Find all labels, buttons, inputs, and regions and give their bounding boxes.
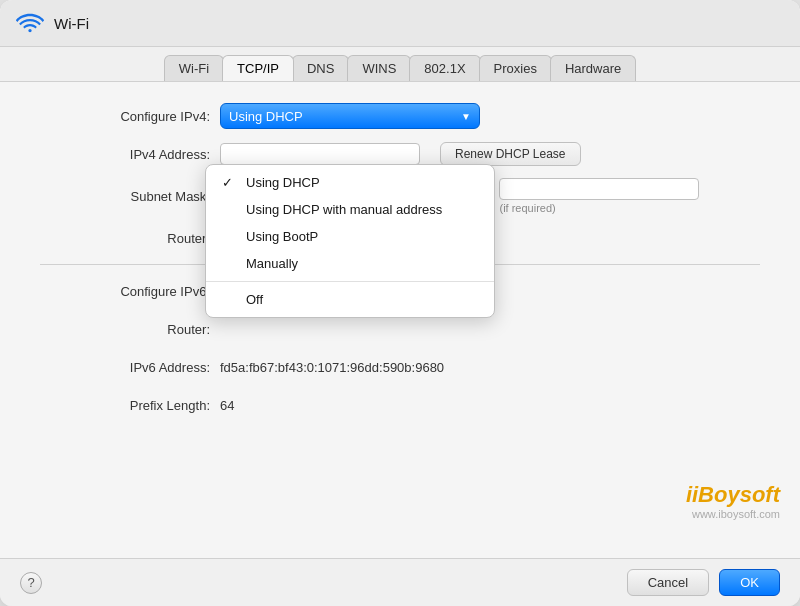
watermark: iiBoysoft [686, 482, 780, 508]
check-icon: ✓ [222, 175, 238, 190]
router-label: Router: [40, 231, 220, 246]
help-button[interactable]: ? [20, 572, 42, 594]
window-title: Wi-Fi [54, 15, 89, 32]
dropdown-item-label: Using DHCP with manual address [246, 202, 442, 217]
router-ipv6-label: Router: [40, 322, 220, 337]
dropdown-arrow-icon: ▼ [461, 111, 471, 122]
ok-button[interactable]: OK [719, 569, 780, 596]
bottom-bar: ? Cancel OK [0, 558, 800, 606]
dropdown-item-off[interactable]: Off [206, 286, 494, 313]
subnet-mask-label: Subnet Mask: [40, 189, 220, 204]
title-bar: Wi-Fi [0, 0, 800, 47]
tab-hardware[interactable]: Hardware [550, 55, 636, 81]
content-area: Configure IPv4: Using DHCP ▼ IPv4 Addres… [0, 82, 800, 558]
window: Wi-Fi Wi-Fi TCP/IP DNS WINS 802.1X Proxi… [0, 0, 800, 606]
dropdown-item-manually[interactable]: Manually [206, 250, 494, 277]
configure-ipv4-dropdown[interactable]: Using DHCP ▼ [220, 103, 480, 129]
prefix-length-label: Prefix Length: [40, 398, 220, 413]
dropdown-item-using-bootp[interactable]: Using BootP [206, 223, 494, 250]
tab-wins[interactable]: WINS [347, 55, 411, 81]
dropdown-item-label: Using DHCP [246, 175, 320, 190]
tab-wifi[interactable]: Wi-Fi [164, 55, 224, 81]
tab-bar: Wi-Fi TCP/IP DNS WINS 802.1X Proxies Har… [0, 47, 800, 82]
ipv6-address-row: IPv6 Address: fd5a:fb67:bf43:0:1071:96dd… [40, 353, 760, 381]
configure-ipv4-label: Configure IPv4: [40, 109, 220, 124]
prefix-length-row: Prefix Length: 64 [40, 391, 760, 419]
ipv4-address-label: IPv4 Address: [40, 147, 220, 162]
dropdown-item-using-dhcp-manual[interactable]: Using DHCP with manual address [206, 196, 494, 223]
cancel-button[interactable]: Cancel [627, 569, 709, 596]
client-id-hint: (if required) [499, 202, 699, 214]
router-ipv6-row: Router: [40, 315, 760, 343]
tab-proxies[interactable]: Proxies [479, 55, 552, 81]
action-buttons: Cancel OK [627, 569, 780, 596]
tab-8021x[interactable]: 802.1X [409, 55, 480, 81]
client-id-input[interactable] [499, 178, 699, 200]
tab-tcpip[interactable]: TCP/IP [222, 55, 294, 81]
watermark-sub: www.iboysoft.com [692, 508, 780, 520]
dropdown-item-using-dhcp[interactable]: ✓ Using DHCP [206, 169, 494, 196]
dropdown-item-label: Manually [246, 256, 298, 271]
configure-ipv4-value: Using DHCP [229, 109, 303, 124]
configure-ipv4-row: Configure IPv4: Using DHCP ▼ [40, 102, 760, 130]
tab-dns[interactable]: DNS [292, 55, 349, 81]
configure-ipv6-label: Configure IPv6: [40, 284, 220, 299]
dropdown-item-label: Using BootP [246, 229, 318, 244]
prefix-length-value: 64 [220, 398, 234, 413]
configure-ipv4-dropdown-menu: ✓ Using DHCP Using DHCP with manual addr… [205, 164, 495, 318]
ipv6-address-value: fd5a:fb67:bf43:0:1071:96dd:590b:9680 [220, 360, 444, 375]
dropdown-divider [206, 281, 494, 282]
watermark-text: iBoysoft [692, 482, 780, 507]
wifi-icon [16, 12, 44, 34]
ipv4-address-input[interactable] [220, 143, 420, 165]
ipv6-address-label: IPv6 Address: [40, 360, 220, 375]
dropdown-item-label: Off [246, 292, 263, 307]
renew-dhcp-button[interactable]: Renew DHCP Lease [440, 142, 581, 166]
